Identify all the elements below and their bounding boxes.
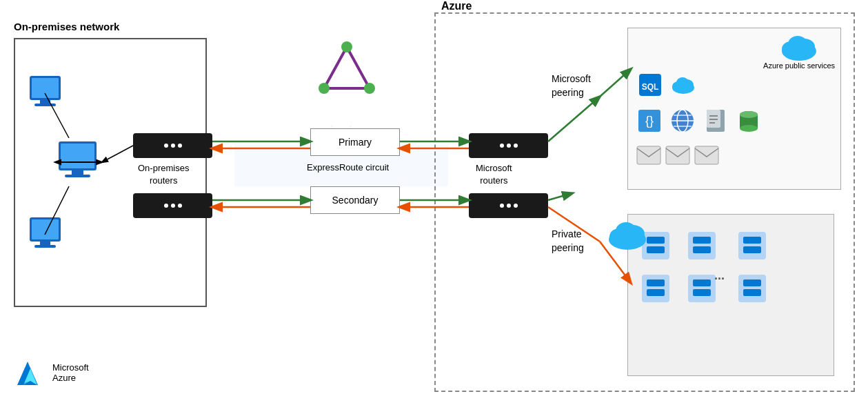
primary-label: Primary bbox=[339, 137, 372, 148]
svg-rect-36 bbox=[647, 279, 665, 286]
svg-rect-43 bbox=[743, 246, 761, 253]
globe-icon bbox=[669, 108, 696, 136]
svg-point-52 bbox=[341, 41, 352, 52]
svg-rect-68 bbox=[34, 245, 56, 248]
azure-logo-icon bbox=[14, 356, 47, 389]
svg-rect-27 bbox=[666, 146, 689, 164]
svg-point-25 bbox=[740, 111, 758, 118]
computer-top bbox=[26, 72, 64, 112]
microsoft-peering-label: Microsoftpeering bbox=[552, 72, 591, 99]
svg-point-3 bbox=[788, 36, 807, 52]
onprem-router-top bbox=[133, 133, 212, 158]
primary-circuit-box: Primary bbox=[310, 128, 400, 156]
azure-logo-text: Microsoft Azure bbox=[52, 362, 89, 383]
svg-text:{}: {} bbox=[645, 114, 654, 128]
ellipsis-separator: ... bbox=[714, 268, 725, 283]
server-col-right bbox=[735, 228, 769, 306]
svg-rect-34 bbox=[693, 246, 711, 253]
computer-middle bbox=[55, 138, 100, 185]
svg-rect-58 bbox=[32, 78, 59, 98]
svg-rect-28 bbox=[695, 146, 718, 164]
svg-text:SQL: SQL bbox=[642, 82, 659, 92]
secondary-circuit-box: Secondary bbox=[310, 186, 400, 214]
svg-rect-44 bbox=[738, 275, 766, 302]
svg-point-24 bbox=[740, 125, 758, 132]
ms-router-bottom bbox=[469, 193, 548, 218]
onprem-title: On-premises network bbox=[14, 21, 119, 32]
db-icon bbox=[736, 108, 762, 136]
svg-rect-60 bbox=[34, 104, 56, 106]
svg-rect-40 bbox=[693, 289, 711, 296]
svg-rect-63 bbox=[72, 170, 83, 175]
svg-rect-66 bbox=[32, 219, 59, 239]
ms-router-top bbox=[469, 133, 548, 158]
ms-routers-label: Microsoftrouters bbox=[476, 162, 512, 187]
azure-cloud-private-icon bbox=[605, 217, 650, 254]
private-peering-box: ... bbox=[627, 214, 834, 376]
server-grid bbox=[638, 228, 723, 306]
svg-marker-51 bbox=[324, 47, 370, 88]
onprem-routers-label: On-premisesrouters bbox=[138, 162, 189, 187]
cloud-service-icon bbox=[669, 71, 697, 101]
storage-icon: {} bbox=[636, 108, 663, 136]
microsoft-label: Microsoft bbox=[52, 362, 89, 373]
azure-cloud-public-icon bbox=[778, 32, 820, 65]
diagram-container: On-premises network Azure Azure public s… bbox=[0, 0, 868, 403]
expressroute-label: ExpressRoute circuit bbox=[307, 162, 389, 173]
email-icons-row bbox=[636, 146, 719, 165]
svg-rect-33 bbox=[693, 237, 711, 244]
azure-title: Azure bbox=[441, 0, 472, 12]
private-peering-label: Privatepeering bbox=[552, 228, 584, 255]
svg-rect-32 bbox=[688, 232, 716, 259]
secondary-label: Secondary bbox=[332, 195, 379, 206]
azure-label: Azure bbox=[52, 373, 89, 383]
svg-rect-46 bbox=[743, 289, 761, 296]
svg-rect-38 bbox=[688, 275, 716, 302]
svg-rect-41 bbox=[738, 232, 766, 259]
svg-point-50 bbox=[616, 222, 636, 240]
svg-rect-62 bbox=[61, 144, 94, 168]
computer-bottom bbox=[26, 214, 64, 254]
azure-logo-area: Microsoft Azure bbox=[14, 356, 89, 389]
svg-rect-39 bbox=[693, 279, 711, 286]
svg-rect-45 bbox=[743, 279, 761, 286]
svg-rect-67 bbox=[40, 242, 50, 245]
public-services-box: Azure public services SQL bbox=[627, 28, 841, 190]
svg-rect-37 bbox=[647, 289, 665, 296]
svg-rect-35 bbox=[642, 275, 669, 302]
svg-rect-42 bbox=[743, 237, 761, 244]
sql-icon: SQL bbox=[636, 71, 664, 101]
svg-rect-59 bbox=[40, 100, 50, 104]
doc-icon bbox=[703, 108, 729, 136]
svg-rect-64 bbox=[65, 175, 90, 177]
svg-point-9 bbox=[676, 77, 689, 88]
svg-rect-26 bbox=[637, 146, 660, 164]
onprem-router-bottom bbox=[133, 193, 212, 218]
